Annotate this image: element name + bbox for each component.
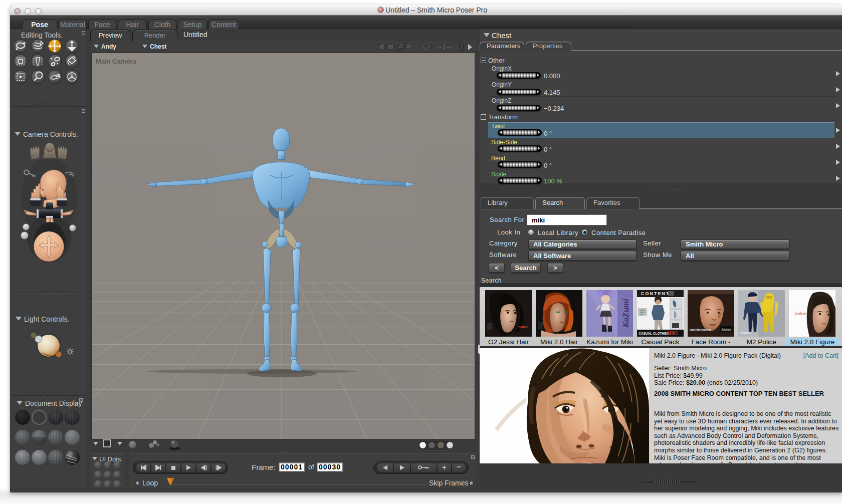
svg-text:James: James [721,328,732,331]
svg-text:Main Camera: Main Camera [96,58,136,65]
svg-text:KaZumi: KaZumi [621,299,630,328]
svg-text:CASUAL CLOTHES: CASUAL CLOTHES [639,332,669,335]
svg-text:mikie: mikie [795,311,806,316]
svg-text:mikie: mikie [518,325,529,329]
svg-text:smith: smith [740,331,751,335]
svg-text:smithmicro: smithmicro [690,328,711,332]
svg-text:MIKI: MIKI [667,331,678,336]
svg-text:CONTENT: CONTENT [641,291,670,296]
